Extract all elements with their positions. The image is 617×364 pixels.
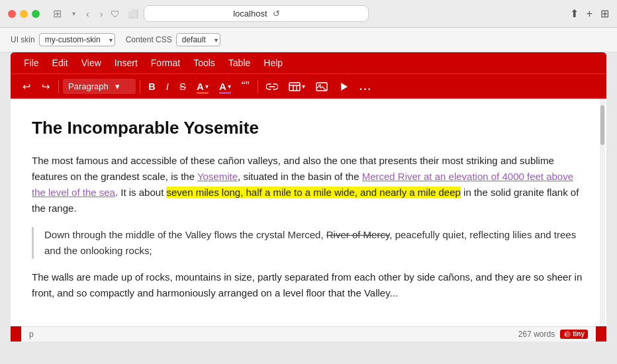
tab-icon: ⬜: [128, 9, 138, 19]
para1b-text: , situated in the basin of the: [238, 171, 362, 182]
reload-button[interactable]: ↺: [273, 9, 280, 19]
url-text: localhost: [233, 9, 267, 19]
menu-format[interactable]: Format: [146, 55, 185, 71]
menu-edit[interactable]: Edit: [47, 55, 73, 71]
scrollbar[interactable]: [600, 99, 605, 326]
highlight-button[interactable]: A ▾: [215, 78, 235, 95]
svg-rect-0: [289, 83, 300, 91]
status-bar: p 267 words t tiny: [21, 326, 596, 341]
chevron-down-icon[interactable]: ▾: [70, 9, 78, 19]
ui-skin-bar: UI skin my-custom-skin ▾ Content CSS def…: [0, 28, 617, 52]
browser-actions: ⬆ + ⊞: [570, 7, 609, 20]
skin-dropdown-wrapper[interactable]: my-custom-skin ▾: [39, 33, 115, 46]
highlight-color-indicator: [219, 92, 231, 94]
paragraph-3: The walls are made up of rocks, mountain…: [32, 269, 585, 301]
scrollbar-thumb[interactable]: [600, 105, 604, 145]
bold-button[interactable]: B: [144, 78, 160, 95]
strike-text: River of Mercy: [326, 229, 390, 240]
document-title: The Incomparable Yosemite: [32, 114, 585, 142]
menu-view[interactable]: View: [76, 55, 107, 71]
content-css-label: Content CSS: [126, 35, 172, 44]
font-color-button[interactable]: A ▾: [193, 78, 213, 95]
share-button[interactable]: ⬆: [570, 7, 579, 20]
forward-button[interactable]: ›: [97, 7, 106, 21]
undo-button[interactable]: ↩: [19, 78, 35, 95]
more-button[interactable]: ...: [356, 78, 376, 95]
maximize-button[interactable]: [32, 10, 40, 18]
separator: [58, 80, 59, 93]
highlight-label: A: [219, 81, 226, 92]
redo-button[interactable]: ↪: [38, 78, 54, 95]
highlighted-text: seven miles long, half a mile to a mile …: [166, 187, 460, 198]
minimize-button[interactable]: [20, 10, 28, 18]
blockquote: Down through the middle of the Valley fl…: [32, 227, 585, 259]
table-button[interactable]: ▾: [285, 79, 309, 94]
content-css-selector: Content CSS default ▾: [126, 33, 220, 46]
tiny-logo-icon: t: [563, 330, 571, 338]
chevron-down-icon: ▾: [302, 83, 305, 90]
shield-icon: 🛡: [111, 9, 120, 19]
editor-content[interactable]: The Incomparable Yosemite The most famou…: [11, 99, 606, 326]
blockquote-text: Down through the middle of the Valley fl…: [44, 227, 585, 259]
add-tab-button[interactable]: +: [587, 8, 593, 20]
menu-insert[interactable]: Insert: [109, 55, 143, 71]
word-count: 267 words: [518, 330, 555, 339]
paragraph-format-selector[interactable]: Paragraph ▾: [63, 79, 136, 94]
link-button[interactable]: [262, 80, 282, 93]
address-bar[interactable]: localhost ↺: [144, 5, 369, 22]
close-button[interactable]: [8, 10, 16, 18]
tiny-text: tiny: [573, 330, 585, 338]
blockquote-button[interactable]: “”: [238, 77, 254, 96]
content-css-dropdown-wrapper[interactable]: default ▾: [176, 33, 220, 46]
play-icon: [338, 81, 349, 92]
table-icon: [289, 82, 301, 91]
paragraph-label: Paragraph: [68, 81, 109, 91]
traffic-lights: [8, 10, 40, 18]
paragraph-1: The most famous and accessible of these …: [32, 153, 585, 216]
menu-file[interactable]: File: [19, 55, 44, 71]
skin-label: UI skin: [11, 35, 35, 44]
media-button[interactable]: [334, 79, 353, 95]
menu-bar: File Edit View Insert Format Tools Table…: [11, 52, 606, 73]
yosemite-link[interactable]: Yosemite: [197, 171, 238, 182]
sidebar-toggle-button[interactable]: ⊞: [50, 6, 64, 21]
image-button[interactable]: [312, 79, 332, 94]
separator: [140, 80, 140, 93]
skin-dropdown[interactable]: my-custom-skin: [39, 33, 115, 46]
separator: [258, 80, 258, 93]
tiny-badge: t tiny: [560, 330, 588, 339]
chevron-down-icon: ▾: [115, 81, 120, 91]
browser-chrome: ⊞ ▾ ‹ › 🛡 ⬜ localhost ↺ ⬆ + ⊞: [0, 0, 617, 28]
para1c-text: . It is about: [115, 187, 167, 198]
italic-button[interactable]: I: [162, 78, 173, 95]
link-icon: [266, 83, 278, 91]
font-color-indicator: [197, 92, 209, 94]
status-path: p: [29, 330, 34, 339]
chevron-down-icon: ▾: [205, 83, 209, 90]
skin-selector: UI skin my-custom-skin ▾: [11, 33, 115, 46]
title-bar: ⊞ ▾ ‹ › 🛡 ⬜ localhost ↺ ⬆ + ⊞: [0, 0, 617, 27]
menu-table[interactable]: Table: [223, 55, 256, 71]
content-css-dropdown[interactable]: default: [176, 33, 220, 46]
tiny-logo: t tiny: [560, 330, 588, 339]
strikethrough-button[interactable]: S: [175, 78, 190, 95]
font-color-label: A: [197, 81, 204, 92]
svg-marker-6: [341, 83, 348, 91]
back-button[interactable]: ‹: [83, 7, 92, 21]
grid-view-button[interactable]: ⊞: [600, 7, 609, 20]
menu-tools[interactable]: Tools: [188, 55, 220, 71]
image-icon: [316, 82, 328, 91]
chevron-down-icon: ▾: [228, 83, 231, 90]
tinymce-editor: File Edit View Insert Format Tools Table…: [11, 52, 606, 341]
menu-help[interactable]: Help: [258, 55, 288, 71]
blockquote-content: Down through the middle of the Valley fl…: [44, 229, 326, 240]
toolbar: ↩ ↪ Paragraph ▾ B I S A ▾ A ▾ “”: [11, 73, 606, 99]
